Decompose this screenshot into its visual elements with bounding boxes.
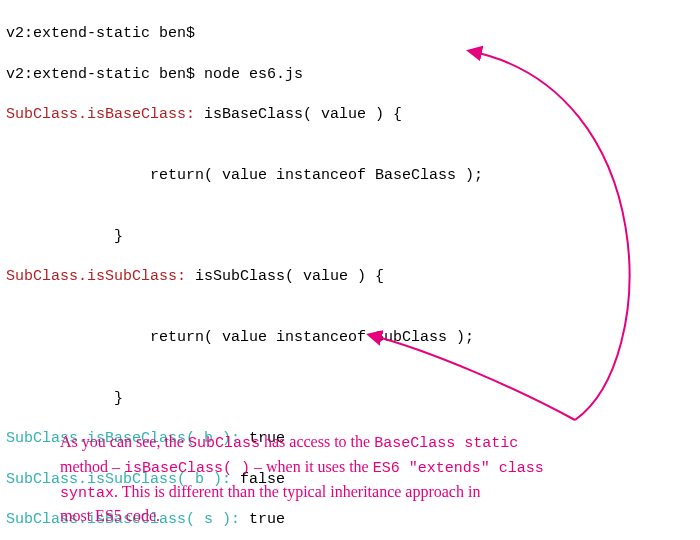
annotation-segment: method – bbox=[60, 458, 124, 475]
output-code: return( value instanceof BaseClass ); bbox=[6, 167, 483, 184]
annotation-segment: As you can see, the bbox=[60, 433, 188, 450]
annotation-segment: . This is different than the typical inh… bbox=[114, 483, 480, 500]
output-code: } bbox=[6, 228, 123, 245]
annotation-keyword: ES6 "extends" class bbox=[373, 460, 544, 477]
annotation-keyword: BaseClass static bbox=[374, 435, 518, 452]
output-code: isBaseClass( value ) { bbox=[195, 106, 402, 123]
annotation-keyword: isBaseClass( ) bbox=[124, 460, 250, 477]
annotation-keyword: SubClass bbox=[188, 435, 260, 452]
output-code: } bbox=[6, 390, 123, 407]
annotation-text: As you can see, the SubClass has access … bbox=[60, 430, 640, 527]
annotation-segment: most ES5 code. bbox=[60, 507, 160, 524]
output-label: SubClass.isSubClass: bbox=[6, 268, 186, 285]
output-code: isSubClass( value ) { bbox=[186, 268, 384, 285]
shell-command: node es6.js bbox=[204, 66, 303, 83]
annotation-keyword: syntax bbox=[60, 485, 114, 502]
output-label: SubClass.isBaseClass: bbox=[6, 106, 195, 123]
output-code: return( value instanceof SubClass ); bbox=[6, 329, 474, 346]
annotation-segment: has access to the bbox=[260, 433, 374, 450]
annotation-segment: – when it uses the bbox=[250, 458, 373, 475]
shell-prompt: v2:extend-static ben$ bbox=[6, 66, 204, 83]
shell-prompt: v2:extend-static ben$ bbox=[6, 25, 204, 42]
